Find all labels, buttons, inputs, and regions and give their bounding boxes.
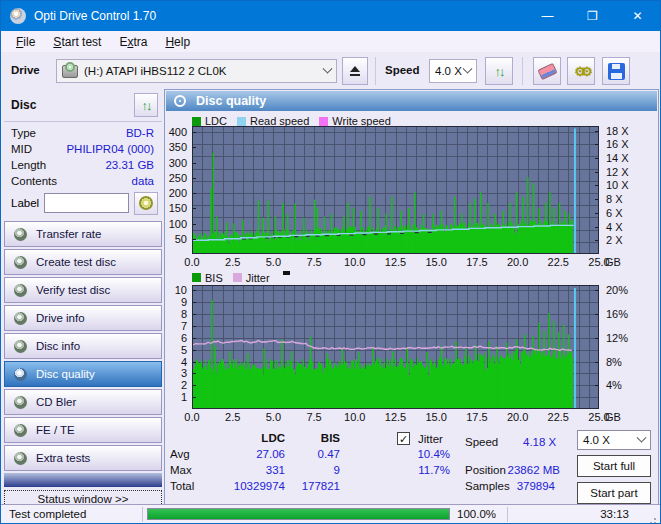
minimize-button[interactable]: — bbox=[525, 1, 570, 31]
sidebar-item-fe-te[interactable]: FE / TE bbox=[4, 417, 162, 443]
y-tick-label: 10 X bbox=[606, 179, 629, 191]
x-tick-label: 17.5 bbox=[460, 411, 494, 423]
app-disc-icon bbox=[10, 8, 26, 24]
sidebar-item-drive-info[interactable]: Drive info bbox=[4, 305, 162, 331]
drive-select[interactable]: (H:) ATAPI iHBS112 2 CL0K bbox=[56, 59, 337, 83]
disc-label-button[interactable] bbox=[134, 192, 158, 215]
menu-item-file[interactable]: File bbox=[7, 35, 44, 49]
legend-swatch bbox=[237, 117, 246, 126]
position-stat-value: 23862 MB bbox=[500, 464, 560, 476]
statusbar-separator bbox=[142, 507, 143, 522]
resize-grip[interactable] bbox=[654, 518, 656, 520]
y-tick-label: 14 X bbox=[606, 152, 629, 164]
sidebar-item-disc-quality[interactable]: Disc quality bbox=[4, 361, 162, 387]
x-tick-label: 22.5 bbox=[541, 256, 575, 268]
sidebar-item-label: Extra tests bbox=[36, 452, 90, 464]
panel-header: Disc quality bbox=[166, 91, 657, 111]
close-button[interactable]: ✕ bbox=[615, 1, 660, 31]
eject-icon bbox=[349, 66, 361, 76]
legend-swatch bbox=[233, 273, 242, 282]
divider bbox=[4, 121, 162, 122]
legend-item-jitter: Jitter bbox=[233, 272, 270, 284]
cd-icon bbox=[14, 228, 27, 241]
speed-select[interactable]: 4.0 X bbox=[429, 59, 477, 83]
avg-jitter: 10.4% bbox=[380, 448, 450, 460]
gears-icon: ⚙⚙ bbox=[574, 64, 587, 79]
jitter-checkbox[interactable]: ✓ bbox=[397, 432, 410, 445]
y-tick-label: 12% bbox=[606, 332, 628, 344]
x-tick-label: 0.0 bbox=[175, 256, 209, 268]
chevron-down-icon bbox=[463, 63, 473, 73]
stats-panel: LDC BIS ✓ Jitter Avg 27.06 0.47 10.4% Ma… bbox=[165, 428, 658, 505]
x-tick-label: 12.5 bbox=[379, 256, 413, 268]
save-button[interactable] bbox=[602, 57, 630, 85]
menu-item-extra[interactable]: Extra bbox=[110, 35, 156, 49]
refresh-arrows-icon: ↑↓ bbox=[495, 64, 504, 79]
avg-ldc: 27.06 bbox=[210, 448, 285, 460]
disc-row-length: Length23.31 GB bbox=[4, 157, 162, 173]
y-tick-label: 8% bbox=[606, 356, 622, 368]
speed-stat-value: 4.18 X bbox=[523, 436, 556, 448]
chevron-down-icon bbox=[637, 432, 647, 442]
y-tick-label: 16% bbox=[606, 308, 628, 320]
y-tick-label: 2 bbox=[181, 379, 187, 391]
disc-row-label: Type bbox=[11, 125, 36, 141]
y-tick-label: 12 X bbox=[606, 166, 629, 178]
disc-row-value: data bbox=[132, 173, 154, 189]
max-ldc: 331 bbox=[210, 464, 285, 476]
sidebar-item-label: Create test disc bbox=[36, 256, 116, 268]
row-label-total: Total bbox=[170, 480, 194, 492]
disc-refresh-button[interactable]: ↑↓ bbox=[134, 93, 158, 117]
x-tick-label: 17.5 bbox=[460, 256, 494, 268]
y-tick-label: 10 bbox=[175, 284, 187, 296]
disc-row-contents: Contentsdata bbox=[4, 173, 162, 189]
total-ldc: 10329974 bbox=[210, 480, 285, 492]
y-tick-label: 20% bbox=[606, 284, 628, 296]
refresh-arrows-icon: ↑↓ bbox=[142, 98, 151, 113]
x-tick-label: 7.5 bbox=[297, 256, 331, 268]
eject-button[interactable] bbox=[342, 57, 368, 85]
drive-select-value: (H:) ATAPI iHBS112 2 CL0K bbox=[84, 65, 227, 77]
sidebar-item-extra-tests[interactable]: Extra tests bbox=[4, 445, 162, 471]
start-part-button[interactable]: Start part bbox=[577, 482, 651, 504]
speed-select-value: 4.0 X bbox=[435, 65, 462, 77]
refresh-button[interactable]: ↑↓ bbox=[485, 57, 513, 85]
y-axis-right-bottom-chart: 20%16%12%8%4% bbox=[601, 285, 646, 409]
elapsed-time: 33:13 bbox=[561, 508, 629, 520]
total-bis: 177821 bbox=[290, 480, 340, 492]
disc-row-value: 23.31 GB bbox=[105, 157, 154, 173]
start-full-button[interactable]: Start full bbox=[577, 455, 651, 477]
y-tick-label: 4 bbox=[181, 356, 187, 368]
sidebar-item-create-test-disc[interactable]: Create test disc bbox=[4, 249, 162, 275]
cd-icon bbox=[14, 340, 27, 353]
chevron-down-icon bbox=[323, 63, 333, 73]
menu-item-help[interactable]: Help bbox=[156, 35, 199, 49]
disc-panel-header: Disc ↑↓ bbox=[4, 91, 162, 119]
sidebar-item-label: CD Bler bbox=[36, 396, 76, 408]
progress-bar bbox=[147, 508, 450, 520]
disc-row-type: TypeBD-R bbox=[4, 125, 162, 141]
sidebar-item-verify-test-disc[interactable]: Verify test disc bbox=[4, 277, 162, 303]
sidebar-item-transfer-rate[interactable]: Transfer rate bbox=[4, 221, 162, 247]
test-speed-select[interactable]: 4.0 X bbox=[577, 430, 651, 450]
erase-disc-button[interactable] bbox=[533, 57, 561, 85]
sidebar-item-label: Transfer rate bbox=[36, 228, 101, 240]
sidebar-item-disc-info[interactable]: Disc info bbox=[4, 333, 162, 359]
sidebar-item-cd-bler[interactable]: CD Bler bbox=[4, 389, 162, 415]
maximize-button[interactable]: ❐ bbox=[570, 1, 615, 31]
drive-icon bbox=[62, 65, 78, 78]
y-tick-label: 6 bbox=[181, 332, 187, 344]
ldc-read-write-chart bbox=[192, 126, 599, 254]
col-header-ldc: LDC bbox=[210, 432, 285, 444]
bis-jitter-chart bbox=[192, 285, 599, 409]
menu-item-start-test[interactable]: Start test bbox=[44, 35, 110, 49]
legend-swatch bbox=[192, 273, 201, 282]
legend-marker bbox=[283, 271, 290, 275]
label-input[interactable] bbox=[44, 193, 129, 213]
settings-button[interactable]: ⚙⚙ bbox=[567, 57, 595, 85]
x-tick-label: 0.0 bbox=[175, 411, 209, 423]
avg-bis: 0.47 bbox=[290, 448, 340, 460]
disc-row-label: MID bbox=[11, 141, 32, 157]
x-tick-label: 2.5 bbox=[216, 411, 250, 423]
y-tick-label: 400 bbox=[169, 126, 187, 138]
